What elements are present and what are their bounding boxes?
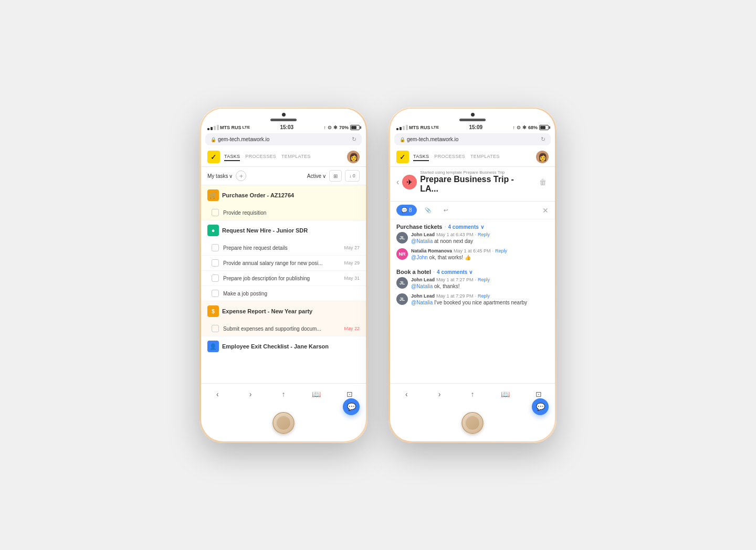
group-header-new-hire[interactable]: ● Request New Hire - Junior SDR: [201, 220, 366, 240]
forward-button[interactable]: ›: [243, 387, 258, 401]
user-avatar-right[interactable]: 👩: [536, 151, 549, 163]
signal-bars-right: [396, 125, 408, 130]
status-bar: MTS RUS LTE 15:03 ↑ ⊙ ✻ 70%: [201, 123, 366, 131]
section-purchase-tickets: Purchase tickets · 4 comments ∨: [396, 219, 549, 232]
home-button-right[interactable]: [461, 412, 484, 434]
nav-processes-right[interactable]: PROCESSES: [434, 153, 465, 161]
task-item[interactable]: Make a job posting: [201, 286, 366, 301]
refresh-icon-right[interactable]: ↻: [541, 136, 545, 143]
comment-count: 8: [409, 207, 412, 213]
task-item[interactable]: Submit expenses and supporting docum... …: [201, 321, 366, 336]
comment-item: JL John Lead May 1 at 7:27 PM · Reply @N…: [396, 277, 549, 289]
task-date: May 27: [344, 245, 360, 250]
comment-icon: 💬: [401, 207, 407, 213]
tab-history[interactable]: ↩: [439, 205, 453, 216]
task-item[interactable]: Provide requisition: [201, 205, 366, 220]
speaker-right: [459, 119, 486, 121]
back-button[interactable]: ‹: [210, 387, 225, 401]
comment-item: NR Natalia Romanova May 1 at 6:45 PM · R…: [396, 248, 549, 260]
browser-bar[interactable]: 🔒 gem-tech.metawork.io ↻: [205, 133, 362, 145]
nav-tasks[interactable]: TASKS: [224, 153, 240, 161]
reply-button[interactable]: Reply: [478, 232, 490, 237]
close-tab-button[interactable]: ✕: [542, 206, 549, 215]
left-phone: MTS RUS LTE 15:03 ↑ ⊙ ✻ 70% 🔒 gem-tech.m…: [200, 107, 368, 443]
comment-body: John Lead May 1 at 7:29 PM · Reply @Nata…: [411, 293, 549, 305]
back-button-right[interactable]: ‹: [399, 387, 414, 401]
reply-button[interactable]: Reply: [495, 248, 507, 253]
app-logo: ✓: [207, 151, 220, 163]
clock: 15:03: [280, 124, 293, 130]
refresh-icon[interactable]: ↻: [352, 136, 356, 143]
home-button-inner: [276, 416, 291, 430]
bluetooth-icon: ✻: [333, 125, 338, 130]
network-right: LTE: [432, 125, 439, 130]
task-item[interactable]: Prepare job description for publishing M…: [201, 271, 366, 286]
reply-button[interactable]: Reply: [478, 293, 490, 299]
group-title-purchase-order: Purchase Order - AZ12764: [222, 192, 294, 198]
home-button[interactable]: [272, 412, 295, 434]
group-header-expense-report[interactable]: $ Expense Report - New Year party: [201, 301, 366, 321]
chat-bubble-button[interactable]: 💬: [343, 398, 360, 415]
my-tasks-button[interactable]: My tasks ∨: [207, 173, 233, 179]
task-checkbox[interactable]: [212, 244, 219, 251]
grid-view-button[interactable]: ⊞: [329, 170, 342, 182]
task-date-overdue: May 22: [344, 326, 360, 331]
back-nav-button[interactable]: ‹: [396, 177, 399, 187]
task-label: Provide annual salary range for new posi…: [223, 260, 340, 266]
task-checkbox[interactable]: [212, 259, 219, 267]
task-item[interactable]: Provide annual salary range for new posi…: [201, 256, 366, 271]
bookmarks-button[interactable]: 📖: [309, 387, 324, 401]
task-toolbar: My tasks ∨ + Active ∨ ⊞ ↓ 0: [201, 167, 366, 185]
comment-time: May 1 at 7:27 PM: [436, 277, 474, 282]
comment-time: May 1 at 6:43 PM: [436, 232, 474, 237]
comment-text: @John ok, that works! 👍: [411, 255, 549, 260]
comment-avatar: JL: [396, 232, 408, 244]
comments-tabs: 💬 8 📎 ↩ ✕: [390, 202, 555, 219]
section-title-book-hotel: Book a hotel: [396, 269, 431, 275]
app-header: ✓ TASKS PROCESSES TEMPLATES 👩: [201, 147, 366, 167]
tab-comments[interactable]: 💬 8: [396, 205, 417, 216]
add-task-button[interactable]: +: [236, 171, 246, 181]
battery-icon-right: [539, 125, 549, 130]
task-checkbox[interactable]: [212, 290, 219, 297]
bookmarks-button-right[interactable]: 📖: [498, 387, 513, 401]
user-avatar[interactable]: 👩: [347, 151, 360, 163]
tab-attachments[interactable]: 📎: [420, 205, 436, 216]
tasks-list: 🛒 Purchase Order - AZ12764 Provide requi…: [201, 185, 366, 383]
purchase-tickets-comments-link[interactable]: 4 comments ∨: [448, 224, 484, 230]
carrier: MTS RUS: [220, 125, 242, 130]
comment-item: JL John Lead May 1 at 6:43 PM · Reply @N…: [396, 232, 549, 244]
toolbar-left: My tasks ∨ +: [207, 171, 246, 181]
comment-time: May 1 at 6:45 PM: [454, 248, 491, 253]
task-item[interactable]: Prepare hire request details May 27: [201, 240, 366, 256]
browser-bar-right[interactable]: 🔒 gem-tech.metawork.io ↻: [394, 133, 551, 145]
group-icon-new-hire: ●: [207, 225, 219, 236]
task-checkbox[interactable]: [212, 325, 219, 332]
status-right-right: ↑ ⊙ ✻ 68%: [512, 125, 549, 130]
chat-bubble-button-right[interactable]: 💬: [532, 398, 549, 415]
task-group-new-hire: ● Request New Hire - Junior SDR Prepare …: [201, 220, 366, 301]
nav-processes[interactable]: PROCESSES: [245, 153, 276, 161]
group-header-purchase-order[interactable]: 🛒 Purchase Order - AZ12764: [201, 185, 366, 205]
active-filter-button[interactable]: Active ∨: [307, 173, 326, 179]
nav-templates[interactable]: TEMPLATES: [281, 153, 311, 161]
task-checkbox[interactable]: [212, 274, 219, 282]
share-button-right[interactable]: ↑: [465, 387, 480, 401]
download-button[interactable]: ↓ 0: [345, 170, 360, 182]
forward-button-right[interactable]: ›: [432, 387, 447, 401]
reply-button[interactable]: Reply: [478, 277, 490, 282]
chat-icon: 💬: [347, 403, 356, 411]
comment-author: John Lead: [411, 232, 435, 237]
delete-button[interactable]: 🗑: [537, 176, 549, 188]
comment-meta: Natalia Romanova May 1 at 6:45 PM · Repl…: [411, 248, 549, 253]
carrier-right: MTS RUS: [409, 125, 430, 130]
nav-templates-right[interactable]: TEMPLATES: [470, 153, 500, 161]
book-hotel-comments-link[interactable]: 4 comments ∨: [437, 269, 472, 275]
nav-tasks-right[interactable]: TASKS: [413, 153, 429, 161]
task-checkbox[interactable]: [212, 209, 219, 216]
comment-meta: John Lead May 1 at 7:29 PM · Reply: [411, 293, 549, 299]
comments-content: Purchase tickets · 4 comments ∨ JL John …: [390, 219, 555, 383]
group-header-employee-exit[interactable]: 👤 Employee Exit Checklist - Jane Karson: [201, 336, 366, 356]
share-button[interactable]: ↑: [276, 387, 291, 401]
mention: @John: [411, 255, 428, 260]
